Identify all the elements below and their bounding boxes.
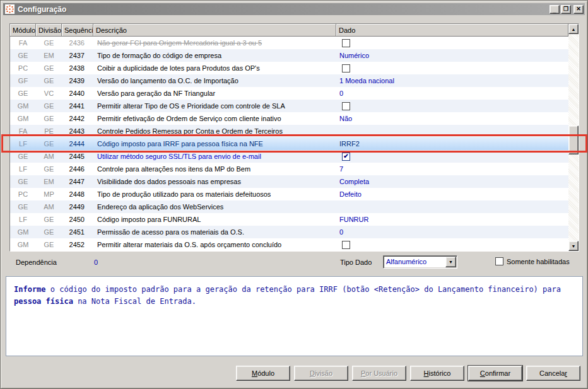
cell-divisao: EM (36, 178, 62, 185)
table-row[interactable]: FAPE2443Controle Pedidos Remessa por Con… (10, 125, 568, 137)
cell-divisao: GE (36, 216, 62, 223)
cell-modulo: GE (10, 153, 36, 160)
cell-modulo: LF (10, 165, 36, 173)
config-grid: Módulo Divisão Sequência Descrição Dado … (9, 23, 579, 252)
cell-divisao: AM (36, 153, 62, 160)
table-row[interactable]: LFGE2450Código imposto para FUNRURALFUNR… (10, 213, 568, 226)
cell-sequencia: 2450 (62, 216, 93, 223)
cell-descricao: Permitir alterar materiais da O.S. após … (93, 241, 336, 248)
row-checkbox[interactable]: ✔ (342, 153, 350, 161)
cell-dado (336, 39, 568, 47)
cell-sequencia: 2438 (62, 64, 93, 72)
cell-divisao: GE (36, 102, 62, 110)
cell-descricao: Código imposto para FUNRURAL (93, 216, 336, 223)
somente-habilitadas-label: Somente habilitadas (507, 258, 570, 265)
cell-modulo: PC (10, 64, 36, 72)
cell-descricao: Coibir a duplicidade de lotes para Produ… (93, 64, 336, 72)
minimize-icon: _ (553, 8, 556, 14)
scroll-up-icon[interactable]: ▲ (568, 24, 579, 34)
titlebar[interactable]: Configuração _❐✕ (3, 3, 585, 15)
cell-divisao: GE (36, 165, 62, 173)
cell-descricao: Controle Pedidos Remessa por Conta e Ord… (93, 127, 336, 135)
cell-dado: 7 (336, 165, 568, 173)
close-button[interactable]: ✕ (573, 5, 584, 14)
window-controls: _❐✕ (550, 5, 584, 14)
table-row[interactable]: GEVC2440Versão para geração da NF Triang… (10, 87, 568, 100)
table-row[interactable]: GMGE2452Permitir alterar materiais da O.… (10, 238, 568, 251)
dropdown-arrow-icon[interactable]: ▼ (445, 257, 456, 267)
header-modulo[interactable]: Módulo (10, 24, 36, 37)
help-description-box: Informe o código do imposto padrão para … (6, 276, 583, 356)
cell-divisao: GE (36, 39, 62, 47)
dependencia-value: 0 (94, 258, 98, 266)
cell-sequencia: 2446 (62, 165, 93, 173)
table-row[interactable]: PCMP2448Tipo de produção utilizado para … (10, 188, 568, 200)
table-row[interactable]: GEEM2447Visibilidade dos dados pessoais … (10, 175, 568, 188)
minimize-button[interactable]: _ (550, 5, 560, 14)
cell-dado (336, 102, 568, 110)
window-title: Configuração (18, 5, 66, 14)
row-checkbox[interactable] (342, 241, 350, 249)
cell-descricao: Tipo de produção utilizado para os mater… (93, 190, 336, 198)
scroll-down-icon[interactable]: ▼ (568, 241, 579, 251)
row-checkbox[interactable] (342, 39, 350, 47)
cell-modulo: FA (10, 127, 36, 135)
cell-divisao: GE (36, 228, 62, 236)
table-row[interactable]: PCGE2438Coibir a duplicidade de lotes pa… (10, 62, 568, 74)
cell-descricao: Versão para geração da NF Triangular (93, 90, 336, 97)
cell-dado: Numérico (336, 52, 568, 59)
cell-divisao: GE (36, 140, 62, 148)
cell-modulo: LF (10, 216, 36, 223)
table-row[interactable]: GMGE2441Permitir alterar Tipo de OS e Pr… (10, 100, 568, 112)
cell-sequencia: 2440 (62, 90, 93, 97)
header-descricao[interactable]: Descrição (93, 24, 336, 37)
description-text: pessoa física (14, 297, 73, 306)
header-dado[interactable]: Dado (336, 24, 568, 37)
tipo-dado-selected-value: Alfanumérico (386, 258, 426, 265)
cell-sequencia: 2436 (62, 39, 93, 47)
cell-sequencia: 2451 (62, 228, 93, 236)
cell-dado: 1 Moeda nacional (336, 77, 568, 84)
header-sequencia[interactable]: Sequência (62, 24, 93, 37)
tipo-dado-label: Tipo Dado (340, 258, 372, 266)
cell-divisao: AM (36, 203, 62, 211)
table-row[interactable]: LFGE2446Controle para alterações nos ite… (10, 163, 568, 175)
cell-divisao: GE (36, 77, 62, 84)
cell-descricao: Não gerar FCI para Origem Mercadoria igu… (93, 39, 336, 47)
table-row[interactable]: GEAM2449Endereço da aplicação dos WebSer… (10, 200, 568, 213)
table-row[interactable]: FAGE2436Não gerar FCI para Origem Mercad… (10, 37, 568, 49)
cell-divisao: MP (36, 190, 62, 198)
table-row[interactable]: GEEM2437Tipo de formação do código de em… (10, 49, 568, 62)
cell-sequencia: 2452 (62, 241, 93, 248)
table-row[interactable]: GMGE2451Permissão de acesso para os mate… (10, 226, 568, 238)
tipo-dado-select[interactable]: Alfanumérico ▼ (383, 255, 457, 269)
table-row[interactable]: LFGE2444Código imposto para IRRF para pe… (10, 137, 568, 150)
confirmar-button[interactable]: Confirmar (468, 366, 522, 381)
header-divisao[interactable]: Divisão (36, 24, 62, 37)
row-checkbox[interactable] (342, 64, 350, 73)
app-icon (5, 4, 15, 14)
cell-sequencia: 2437 (62, 52, 93, 59)
vertical-scrollbar[interactable]: ▲ ▼ (568, 24, 579, 251)
cell-sequencia: 2448 (62, 190, 93, 198)
somente-habilitadas-checkbox[interactable] (495, 257, 503, 265)
scrollbar-thumb[interactable] (568, 125, 579, 154)
hist-rico-button[interactable]: Histórico (410, 366, 464, 381)
table-row[interactable]: GFGE2439Versão do lançamento da O.C. de … (10, 74, 568, 87)
por-usu-rio-button: Por Usuário (352, 366, 406, 381)
m-dulo-button[interactable]: Módulo (236, 366, 290, 381)
cancelar-button[interactable]: Cancelar (526, 366, 580, 381)
maximize-button[interactable]: ❐ (561, 5, 571, 14)
cell-divisao: GE (36, 115, 62, 122)
cell-sequencia: 2439 (62, 77, 93, 84)
table-row[interactable]: GMGE2442Permitir efetivação de Ordem de … (10, 112, 568, 125)
cell-descricao: Visibilidade dos dados pessoais nas empr… (93, 178, 336, 185)
cell-descricao: Permitir efetivação de Ordem de Serviço … (93, 115, 336, 122)
table-row[interactable]: GEAM2445Utilizar método seguro SSL/TLS p… (10, 150, 568, 163)
cell-sequencia: 2445 (62, 153, 93, 160)
cell-dado: 0 (336, 90, 568, 97)
dependencia-label: Dependência (16, 258, 57, 266)
cell-divisao: GE (36, 64, 62, 72)
cell-divisao: PE (36, 127, 62, 135)
row-checkbox[interactable] (342, 102, 350, 110)
